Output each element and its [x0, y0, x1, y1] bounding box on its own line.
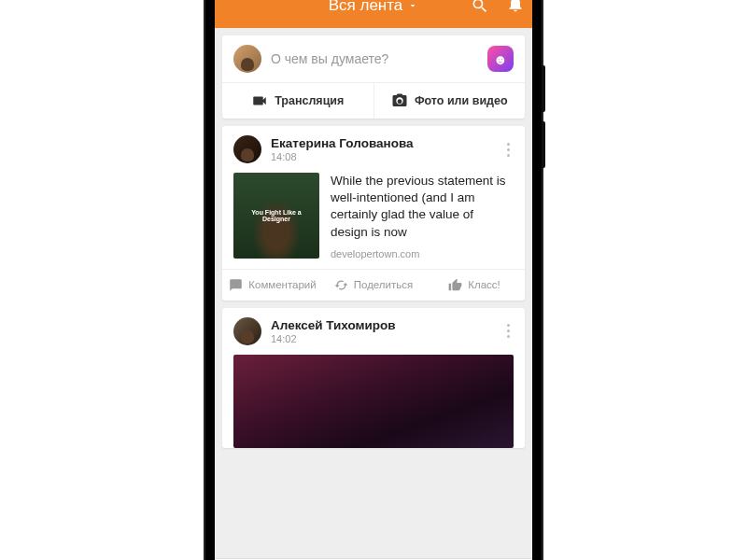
link-thumbnail[interactable]: You Fight Like a Designer: [233, 173, 319, 259]
chevron-down-icon: [407, 0, 418, 11]
post-image[interactable]: [233, 355, 514, 448]
post-card: Алексей Тихомиров 14:02: [222, 308, 525, 448]
comment-button[interactable]: Комментарий: [222, 270, 323, 301]
search-icon[interactable]: [471, 0, 489, 15]
volume-up-button[interactable]: [542, 65, 545, 112]
broadcast-button[interactable]: Трансляция: [222, 83, 374, 119]
link-source: developertown.com: [331, 248, 514, 259]
composer-input-row[interactable]: О чем вы думаете? ☻: [222, 35, 525, 82]
composer-placeholder: О чем вы думаете?: [271, 51, 478, 66]
feed-selector[interactable]: Вся лента: [329, 0, 419, 15]
like-button[interactable]: Класс!: [424, 270, 525, 301]
post-menu-button[interactable]: [503, 320, 514, 342]
photo-button[interactable]: Фото или видео: [374, 83, 526, 119]
post-time: 14:08: [271, 151, 414, 162]
comment-icon: [229, 278, 243, 292]
video-icon: [251, 92, 268, 109]
screen: 12:09 Вся лента О чем вы думаете? ☻: [215, 0, 532, 560]
volume-down-button[interactable]: [542, 121, 545, 168]
app-bar-title: Вся лента: [329, 0, 403, 15]
phone-frame: 12:09 Вся лента О чем вы думаете? ☻: [205, 0, 542, 560]
author-name[interactable]: Екатерина Голованова: [271, 136, 414, 150]
feed-scroll[interactable]: О чем вы думаете? ☻ Трансляция Фото или …: [215, 28, 532, 558]
svg-point-0: [397, 99, 402, 104]
author-avatar[interactable]: [233, 135, 261, 163]
mood-button[interactable]: ☻: [487, 46, 514, 72]
post-card: Екатерина Голованова 14:08 You Fight Lik…: [222, 126, 525, 301]
share-icon: [334, 278, 348, 292]
app-bar: Вся лента: [215, 0, 532, 28]
composer-card: О чем вы думаете? ☻ Трансляция Фото или …: [222, 35, 525, 119]
notifications-button[interactable]: [506, 0, 525, 17]
camera-icon: [391, 92, 408, 109]
thumbs-up-icon: [448, 278, 462, 292]
post-time: 14:02: [271, 333, 396, 344]
post-text: While the previous statement is well-int…: [331, 173, 514, 241]
my-avatar[interactable]: [233, 45, 261, 73]
share-button[interactable]: Поделиться: [323, 270, 424, 301]
post-menu-button[interactable]: [503, 139, 514, 161]
bell-icon: [506, 0, 525, 13]
author-avatar[interactable]: [233, 317, 261, 345]
author-name[interactable]: Алексей Тихомиров: [271, 318, 396, 332]
